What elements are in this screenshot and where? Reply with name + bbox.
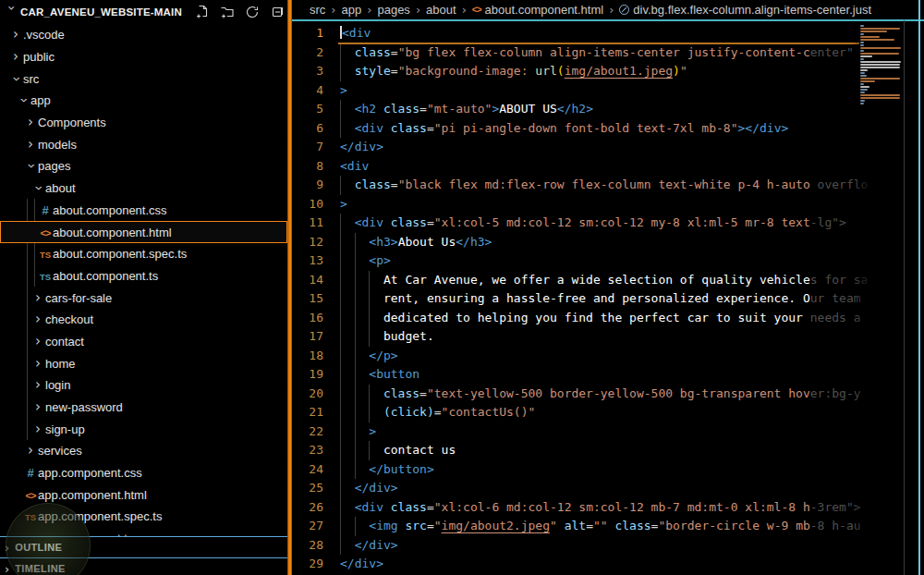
- minimap-line: [860, 39, 894, 41]
- code-line-26[interactable]: 26 <div class="xl:col-6 md:col-12 sm:col…: [292, 498, 924, 518]
- tree-item-label: app: [30, 93, 51, 107]
- breadcrumb-item[interactable]: <>about.component.html: [472, 3, 603, 17]
- line-content: </div>: [331, 536, 924, 556]
- code-line-8[interactable]: 8<div: [292, 157, 924, 177]
- code-line-3[interactable]: 3 style="background-image: url(img/about…: [292, 62, 924, 81]
- tree-item-label: cars-for-sale: [45, 291, 112, 305]
- indent-guide: [369, 327, 370, 347]
- breadcrumb-item[interactable]: div.bg.flex.flex-column.align-items-cent…: [619, 3, 871, 17]
- tree-item-about-component-css[interactable]: #about.component.css: [0, 200, 287, 222]
- new-file-icon[interactable]: [195, 5, 210, 19]
- line-number: 22: [292, 422, 331, 442]
- code-line-20[interactable]: 20 class="text-yellow-500 border-yellow-…: [292, 385, 924, 404]
- code-line-14[interactable]: 14 At Car Avenue, we offer a wide select…: [292, 271, 924, 290]
- tree-item-checkout[interactable]: ›checkout: [0, 309, 287, 331]
- tree-item-app-component-ts[interactable]: TSapp.component.ts: [0, 528, 287, 536]
- code-line-5[interactable]: 5 <h2 class="mt-auto">ABOUT US</h2>: [292, 100, 924, 119]
- indent-guide: [340, 62, 341, 81]
- tree-item-login[interactable]: ›login: [0, 374, 287, 397]
- code-line-10[interactable]: 10>: [292, 195, 924, 214]
- code-line-6[interactable]: 6 <div class="pi pi-angle-down font-bold…: [292, 119, 924, 139]
- code-line-17[interactable]: 17 budget.: [292, 327, 924, 347]
- breadcrumb-item[interactable]: pages: [377, 3, 409, 17]
- code-line-21[interactable]: 21 (click)="contactUs()": [292, 403, 924, 422]
- code-line-23[interactable]: 23 contact us: [292, 441, 924, 460]
- tree-item-app-component-css[interactable]: #app.component.css: [0, 462, 287, 484]
- line-number: 26: [292, 498, 331, 518]
- minimap-line: [860, 80, 875, 82]
- line-content: <div: [331, 24, 924, 43]
- tree-item-components[interactable]: ›Components: [0, 112, 287, 134]
- tree-item-app[interactable]: ›app: [0, 90, 287, 112]
- code-line-4[interactable]: 4>: [292, 81, 924, 101]
- indent-guide: [355, 441, 356, 460]
- code-line-29[interactable]: 29</div>: [292, 555, 924, 574]
- code-line-1[interactable]: 1<div: [292, 24, 924, 43]
- tree-item-services[interactable]: ›services: [0, 440, 287, 462]
- breadcrumb-item[interactable]: src: [310, 3, 325, 17]
- line-number: 10: [292, 195, 331, 214]
- tree-item-cars-for-sale[interactable]: ›cars-for-sale: [0, 287, 287, 309]
- line-content: rent, ensuring a hassle-free and persona…: [331, 289, 924, 309]
- minimap-line: [860, 97, 900, 99]
- minimap-line: [860, 61, 901, 63]
- code-line-28[interactable]: 28 </div>: [292, 536, 924, 556]
- collapse-folders-icon[interactable]: [270, 5, 285, 19]
- code-line-2[interactable]: 2 class="bg flex flex-column align-items…: [292, 43, 924, 63]
- minimap[interactable]: [860, 25, 903, 108]
- tree-item-pages[interactable]: ›pages: [0, 155, 287, 177]
- line-content: class="bg flex flex-column align-items-c…: [331, 43, 924, 63]
- indent-guide: [355, 365, 356, 385]
- code-line-18[interactable]: 18 </p>: [292, 347, 924, 366]
- tree-item-src[interactable]: ›src: [0, 67, 287, 90]
- tree-item-home[interactable]: ›home: [0, 352, 287, 374]
- tree-item-about-component-ts[interactable]: TSabout.component.ts: [0, 265, 287, 288]
- code-line-7[interactable]: 7</div>: [292, 138, 924, 157]
- tree-item-about-component-html[interactable]: <>about.component.html: [0, 221, 287, 243]
- tree-item-label: sign-up: [45, 422, 85, 436]
- line-number: 5: [292, 100, 331, 119]
- code-line-27[interactable]: 27 <img src="img/about2.jpeg" alt="" cla…: [292, 517, 924, 536]
- tree-item--vscode[interactable]: ›.vscode: [0, 24, 287, 46]
- code-line-9[interactable]: 9 class="black flex md:flex-row flex-col…: [292, 176, 924, 195]
- code-line-16[interactable]: 16 dedicated to helping you find the per…: [292, 309, 924, 328]
- line-content: class="text-yellow-500 border-yellow-500…: [331, 385, 924, 404]
- outline-section-header[interactable]: › OUTLINE: [0, 536, 287, 557]
- tree-item-app-component-html[interactable]: <>app.component.html: [0, 483, 287, 506]
- tree-item-new-password[interactable]: ›new-password: [0, 397, 287, 419]
- code-line-15[interactable]: 15 rent, ensuring a hassle-free and pers…: [292, 289, 924, 309]
- tree-item-about[interactable]: ›about: [0, 177, 287, 200]
- indent-guide: [340, 309, 341, 328]
- chevron-down-icon[interactable]: ›: [6, 6, 18, 18]
- code-line-19[interactable]: 19 <button: [292, 365, 924, 385]
- tree-item-label: pages: [38, 159, 70, 173]
- line-number: 28: [292, 536, 331, 556]
- line-content: </p>: [331, 347, 924, 366]
- tree-item-models[interactable]: ›models: [0, 133, 287, 155]
- explorer-actions: [195, 5, 285, 19]
- css-file-icon: #: [23, 466, 38, 480]
- indent-guide: [340, 233, 341, 252]
- line-content: >: [331, 195, 924, 214]
- refresh-icon[interactable]: [245, 5, 260, 19]
- line-number: 14: [292, 271, 331, 290]
- code-editor[interactable]: 1<div2 class="bg flex flex-column align-…: [292, 21, 924, 575]
- code-line-22[interactable]: 22 >: [292, 422, 924, 442]
- indent-guide: [355, 233, 356, 252]
- breadcrumb-item[interactable]: app: [342, 3, 362, 17]
- project-root-label[interactable]: CAR_AVENEU_WEBSITE-MAIN: [20, 6, 182, 18]
- code-line-11[interactable]: 11 <div class="xl:col-5 md:col-12 sm:col…: [292, 214, 924, 233]
- code-line-13[interactable]: 13 <p>: [292, 251, 924, 271]
- code-line-12[interactable]: 12 <h3>About Us</h3>: [292, 233, 924, 252]
- tree-item-sign-up[interactable]: ›sign-up: [0, 418, 287, 440]
- line-content: </div>: [331, 555, 924, 574]
- tree-item-about-component-spec-ts[interactable]: TSabout.component.spec.ts: [0, 243, 287, 265]
- tree-item-app-component-spec-ts[interactable]: TSapp.component.spec.ts: [0, 506, 287, 528]
- new-folder-icon[interactable]: [220, 5, 235, 19]
- code-line-24[interactable]: 24 </button>: [292, 460, 924, 480]
- breadcrumb-item[interactable]: about: [426, 3, 456, 17]
- timeline-section-header[interactable]: › TIMELINE: [0, 557, 287, 575]
- tree-item-public[interactable]: ›public: [0, 46, 287, 68]
- code-line-25[interactable]: 25 </div>: [292, 479, 924, 498]
- tree-item-contact[interactable]: ›contact: [0, 331, 287, 353]
